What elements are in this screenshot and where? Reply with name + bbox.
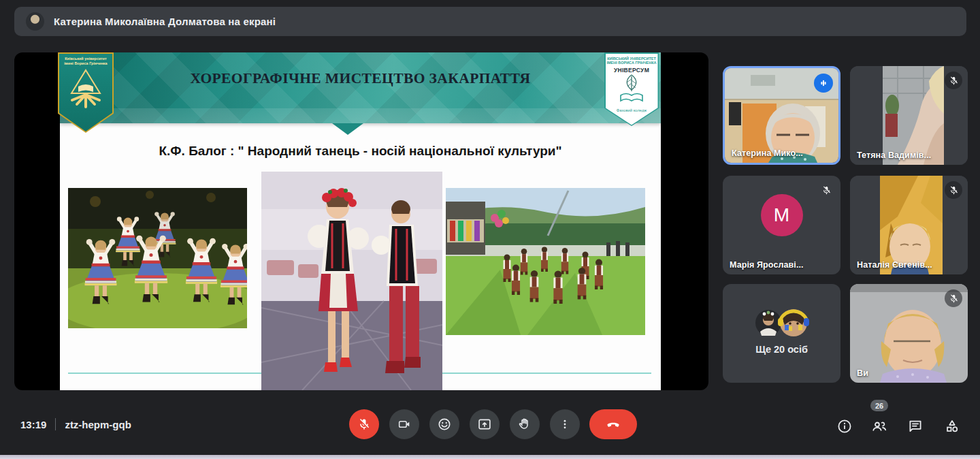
smiley-icon bbox=[437, 417, 452, 432]
more-vert-icon bbox=[558, 417, 572, 431]
participant-count-badge: 26 bbox=[870, 400, 888, 411]
presenter-banner: Катерина Миколаївна Долматова на екрані bbox=[14, 7, 966, 36]
present-to-all-icon bbox=[477, 417, 492, 432]
participant-tile-tetyana[interactable]: Тетяна Вадимів... bbox=[850, 66, 968, 165]
participant-tile-overflow[interactable]: Ще 20 осіб bbox=[723, 284, 840, 383]
equalizer-icon bbox=[818, 78, 829, 89]
participant-name: Наталія Євгенів... bbox=[857, 260, 932, 270]
mic-off-icon bbox=[821, 185, 832, 195]
participant-tile-you[interactable]: Ви bbox=[850, 284, 968, 383]
mic-off-icon bbox=[949, 185, 959, 195]
slide-title: ХОРЕОГРАФІЧНЕ МИСТЕЦТВО ЗАКАРПАТТЯ bbox=[135, 70, 586, 87]
right-logo-line2: ІМЕНІ БОРИСА ГРІНЧЕНКА bbox=[606, 61, 658, 65]
show-everyone-button[interactable] bbox=[870, 417, 888, 435]
overflow-count-label: Ще 20 осіб bbox=[723, 344, 840, 355]
presenter-avatar bbox=[26, 12, 44, 31]
mic-off-icon bbox=[949, 76, 959, 86]
screen-share-stage[interactable]: Київський університет імені Бориса Грінч… bbox=[14, 52, 708, 390]
participant-tile-katerina[interactable]: Катерина Мико... bbox=[723, 66, 840, 165]
right-logo-title: УНІВЕРСУМ bbox=[606, 67, 658, 74]
people-icon bbox=[870, 417, 888, 435]
slide-subtitle: К.Ф. Балог : " Народний танець - носій н… bbox=[74, 144, 647, 159]
audio-speaking-indicator bbox=[814, 74, 833, 93]
background-window-edge bbox=[0, 455, 980, 459]
right-logo-line1: КИЇВСЬКИЙ УНІВЕРСИТЕТ bbox=[606, 57, 658, 61]
clock-time: 13:19 bbox=[20, 419, 46, 430]
meeting-code: ztz-hepm-gqb bbox=[65, 419, 131, 430]
mic-off-icon bbox=[949, 294, 959, 304]
slide-header-band bbox=[60, 52, 661, 123]
end-call-button[interactable] bbox=[589, 409, 637, 439]
avatar-initial: M bbox=[761, 194, 803, 236]
presentation-slide: Київський університет імені Бориса Грінч… bbox=[60, 52, 661, 390]
reactions-button[interactable] bbox=[429, 409, 459, 439]
mic-off-icon bbox=[357, 417, 371, 431]
footer-meeting-info: 13:19 ztz-hepm-gqb bbox=[20, 409, 131, 439]
participant-name: Ви bbox=[857, 368, 868, 378]
more-options-button[interactable] bbox=[550, 409, 580, 439]
footer-divider bbox=[55, 418, 56, 430]
call-end-icon bbox=[605, 416, 621, 432]
overflow-avatars bbox=[755, 308, 809, 337]
right-logo-subtitle: Фаховий коледж bbox=[606, 108, 658, 112]
mic-toggle-button[interactable] bbox=[349, 409, 379, 439]
mic-muted-badge bbox=[945, 181, 962, 199]
mic-muted-badge bbox=[945, 289, 962, 307]
left-logo-emblem-icon bbox=[67, 66, 104, 111]
slide-header-notch bbox=[332, 123, 363, 135]
meeting-details-button[interactable] bbox=[836, 417, 853, 435]
present-screen-button[interactable] bbox=[470, 409, 500, 439]
chat-icon bbox=[907, 418, 924, 434]
google-meet-window: Катерина Миколаївна Долматова на екрані … bbox=[0, 0, 980, 459]
left-logo-line1: Київський університет bbox=[59, 57, 112, 61]
right-logo-tree-book-icon bbox=[617, 74, 647, 105]
left-logo-line2: імені Бориса Грінченка bbox=[59, 61, 112, 66]
photo-folk-dancers-stage bbox=[68, 188, 247, 328]
presenter-banner-text: Катерина Миколаївна Долматова на екрані bbox=[54, 16, 276, 27]
participant-tile-maria[interactable]: M Марія Ярославі... bbox=[723, 176, 840, 274]
participant-name: Тетяна Вадимів... bbox=[857, 151, 931, 160]
activities-button[interactable] bbox=[943, 417, 961, 435]
mic-muted-badge bbox=[817, 181, 835, 199]
photo-outdoor-circle-dance bbox=[446, 188, 645, 335]
camera-toggle-button[interactable] bbox=[389, 409, 419, 439]
photo-dancing-couple bbox=[261, 172, 442, 390]
activities-icon bbox=[943, 417, 961, 435]
info-icon bbox=[836, 418, 853, 434]
participant-name: Марія Ярославі... bbox=[730, 260, 804, 270]
participant-tile-natalia[interactable]: Наталія Євгенів... bbox=[850, 176, 968, 274]
participant-name: Катерина Мико... bbox=[732, 148, 803, 158]
raise-hand-icon bbox=[517, 417, 532, 432]
videocam-icon bbox=[397, 417, 411, 431]
raise-hand-button[interactable] bbox=[510, 409, 540, 439]
mic-muted-badge bbox=[945, 72, 962, 89]
chat-button[interactable] bbox=[906, 417, 924, 435]
